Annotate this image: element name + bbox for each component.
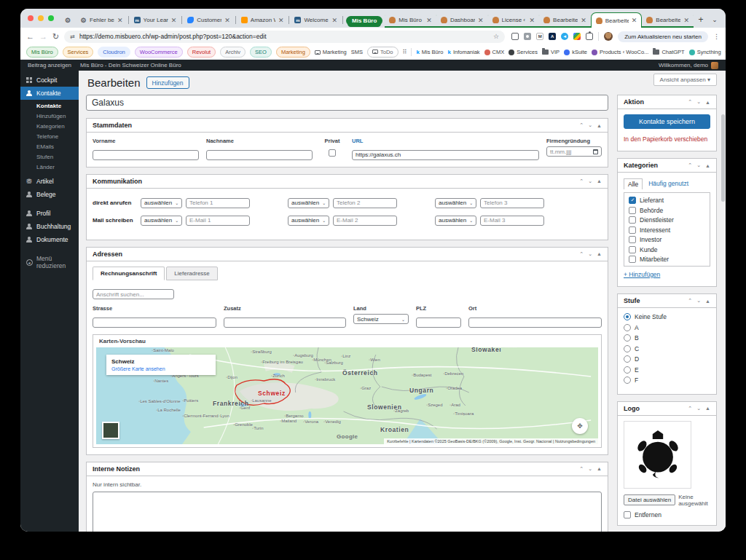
url-input[interactable]	[352, 150, 539, 160]
browser-menu-icon[interactable]: ⋮	[713, 33, 720, 40]
bookmark-chip[interactable]: Services	[63, 47, 94, 58]
browser-tab[interactable]: Dashboard ‹✕	[436, 12, 488, 28]
toggle-panel-icon[interactable]: ▲	[597, 466, 602, 471]
window-controls[interactable]	[28, 9, 54, 28]
browser-tab[interactable]: mYour Learn B✕	[130, 12, 181, 28]
stufe-option[interactable]: F	[624, 376, 710, 384]
category-checkbox[interactable]	[629, 246, 636, 253]
sidebar-item-belege[interactable]: Belege	[20, 188, 79, 201]
category-row[interactable]: Behörde	[629, 207, 705, 214]
category-row[interactable]: Dienstleister	[629, 216, 705, 224]
type-select[interactable]: auswählen⌄	[288, 216, 329, 226]
bookmark-chip[interactable]: WooCommerce	[135, 47, 183, 58]
bookmark-item[interactable]: Services	[509, 49, 538, 55]
site-name-link[interactable]: Mis Büro - Dein Schweizer Online Büro	[80, 62, 181, 68]
m-extension-icon[interactable]: M	[536, 33, 543, 40]
category-row[interactable]: Interessent	[629, 226, 705, 234]
contact-title-input[interactable]	[86, 95, 608, 111]
move-down-icon[interactable]: ⌄	[696, 298, 701, 304]
stufe-radio[interactable]	[624, 334, 631, 342]
type-select[interactable]: auswählen⌄	[141, 216, 182, 226]
add-new-button[interactable]: Hinzufügen	[146, 76, 189, 89]
tab-close-icon[interactable]: ✕	[224, 17, 230, 24]
address-search-input[interactable]	[93, 289, 174, 299]
larger-map-link[interactable]: Größere Karte ansehen	[111, 366, 211, 371]
submenu-item-kategorien[interactable]: Kategorien	[20, 121, 79, 131]
toggle-panel-icon[interactable]: ▲	[705, 299, 710, 304]
toggle-panel-icon[interactable]: ▲	[597, 251, 602, 256]
sidebar-item-profil[interactable]: Profil	[20, 207, 79, 220]
vorname-input[interactable]	[93, 150, 199, 160]
type-select[interactable]: auswählen⌄	[288, 198, 329, 208]
stufe-radio[interactable]	[624, 366, 631, 374]
contact-value-input[interactable]	[333, 198, 397, 208]
move-up-icon[interactable]: ⌃	[579, 178, 584, 184]
restart-to-update-button[interactable]: Zum Aktualisieren neu starten	[618, 31, 708, 42]
category-row[interactable]: Lieferant	[629, 197, 705, 204]
bookmark-item[interactable]: kInfomaniak	[447, 49, 479, 55]
tab-close-icon[interactable]: ✕	[683, 17, 689, 24]
bookmark-item[interactable]: Syncthing	[689, 49, 721, 55]
stufe-option[interactable]: Keine Stufe	[624, 313, 710, 320]
contact-value-input[interactable]	[186, 216, 250, 226]
tab-frequent-categories[interactable]: Häufig genutzt	[648, 180, 688, 187]
map-attribution[interactable]: Kurzbefehle | Kartendaten ©2025 GeoBasis…	[384, 438, 598, 444]
bookmark-item[interactable]: SMS	[351, 49, 363, 55]
category-row[interactable]: Kunde	[629, 246, 705, 253]
address-bar[interactable]: ⇄ https://demo.misbuero.ch/wp-admin/post…	[64, 31, 505, 43]
move-to-trash-link[interactable]: In den Papierkorb verschieben	[624, 135, 707, 143]
category-checkbox[interactable]	[629, 266, 636, 267]
land-select[interactable]: Schweiz⌄	[353, 314, 409, 324]
stufe-option[interactable]: A	[624, 324, 710, 331]
move-up-icon[interactable]: ⌃	[688, 99, 692, 105]
screen-options-button[interactable]: Ansicht anpassen ▾	[653, 74, 717, 86]
submenu-item-emails[interactable]: EMails	[20, 141, 79, 151]
minimize-window-button[interactable]	[38, 15, 44, 21]
tab-lieferadresse[interactable]: Lieferadresse	[166, 267, 217, 280]
a-app-extension-icon[interactable]: A	[549, 33, 556, 40]
submenu-item-hinzufügen[interactable]: Hinzufügen	[20, 111, 79, 121]
category-checkbox[interactable]	[629, 216, 636, 224]
calendar-icon[interactable]	[593, 149, 598, 154]
sidebar-item-kontakte[interactable]: Kontakte	[20, 87, 79, 100]
page-scrollbar[interactable]	[721, 71, 726, 532]
bookmark-star-icon[interactable]: ☆	[493, 33, 499, 40]
submenu-item-kontakte[interactable]: Kontakte	[20, 100, 79, 111]
bookmark-item[interactable]: kSuite	[564, 49, 587, 55]
map-pan-control[interactable]: ✥	[572, 418, 588, 434]
move-down-icon[interactable]: ⌄	[588, 122, 592, 128]
stufe-option[interactable]: D	[624, 355, 710, 363]
active-tab[interactable]: Bearbeiten✕	[591, 12, 643, 28]
bookmark-chip[interactable]: ToDo	[367, 47, 398, 58]
sidebar-item-dokumente[interactable]: Dokumente	[20, 233, 79, 246]
move-down-icon[interactable]: ⌄	[588, 466, 592, 472]
tab-close-icon[interactable]: ✕	[426, 17, 432, 24]
bookmark-item[interactable]: VIP	[542, 49, 560, 55]
scrollbar-thumb[interactable]	[721, 114, 725, 202]
satellite-toggle-thumbnail[interactable]	[102, 422, 119, 439]
move-up-icon[interactable]: ⌃	[688, 162, 692, 168]
move-up-icon[interactable]: ⌃	[688, 406, 692, 411]
submenu-item-länder[interactable]: Länder	[20, 162, 79, 172]
ort-input[interactable]	[468, 318, 602, 328]
maximize-window-button[interactable]	[48, 15, 54, 21]
tab-close-icon[interactable]: ✕	[117, 17, 123, 24]
type-select[interactable]: auswählen⌄	[141, 198, 182, 208]
toggle-panel-icon[interactable]: ▲	[597, 123, 602, 128]
profile-avatar[interactable]	[604, 32, 613, 41]
sidebar-item-buchhaltung[interactable]: Buchhaltung	[20, 220, 79, 233]
browser-tab[interactable]: License ‹ M✕	[488, 12, 540, 28]
tab-close-icon[interactable]: ✕	[632, 17, 637, 24]
back-icon[interactable]: ←	[26, 32, 34, 41]
toggle-panel-icon[interactable]: ▲	[705, 100, 710, 105]
stufe-radio[interactable]	[624, 324, 631, 331]
toggle-panel-icon[interactable]: ▲	[705, 163, 710, 168]
move-up-icon[interactable]: ⌃	[579, 466, 584, 472]
bookmark-chip[interactable]: Archiv	[220, 47, 246, 58]
site-info-icon[interactable]: ⇄	[70, 33, 75, 40]
category-row[interactable]: Investor	[629, 236, 705, 243]
browser-tab[interactable]: Amazon Web✕	[237, 12, 288, 28]
move-down-icon[interactable]: ⌄	[696, 162, 701, 168]
url-label-link[interactable]: URL	[352, 138, 539, 144]
move-up-icon[interactable]: ⌃	[579, 122, 584, 128]
